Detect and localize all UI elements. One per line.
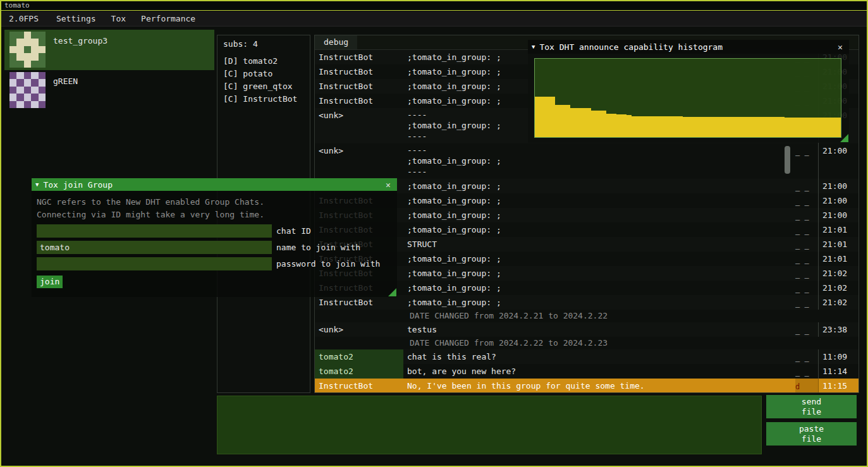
paste-file-label-line1: paste [799,424,824,434]
histogram-bar [581,108,586,137]
join-resize-grip[interactable] [388,288,396,296]
group-avatar [9,32,46,68]
window-titlebar[interactable]: tomato [1,1,867,11]
collapse-arrow-icon[interactable]: ▼ [35,181,39,188]
message-time: 21:01 [818,237,859,252]
histogram-window-title: Tox DHT announce capability histogram [539,42,723,52]
message-time: 21:00 [818,208,859,222]
member-list-item[interactable]: [C] green_qtox [223,80,310,93]
message-text: ----;tomato_in_group: ;---- [403,143,795,179]
join-window-title: Tox join Group [43,180,113,190]
chat-scrollbar-thumb[interactable] [785,146,790,174]
histogram-bar [560,105,565,137]
group-list: test_group3gREEN [4,30,214,111]
avatar-pixel [9,79,16,86]
histogram-bar [733,117,738,137]
avatar-pixel [24,46,31,53]
chat-message-row[interactable]: <unk>----;tomato_in_group: ;----_ _21:00 [315,143,859,179]
histogram-bar [535,97,540,137]
avatar-pixel [39,46,46,53]
join-password-input[interactable] [37,257,272,270]
message-line: ;tomato_in_group: ; [407,180,793,192]
group-item[interactable]: gREEN [4,70,214,111]
histogram-bar [744,117,749,137]
histogram-bar [637,116,642,137]
join-button[interactable]: join [37,276,63,288]
message-time: 21:01 [818,252,859,266]
message-time: 21:01 [818,222,859,237]
message-line: ;tomato_in_group: ; [407,253,793,265]
member-list-item[interactable]: [D] tomato2 [223,55,310,68]
menu-performance[interactable]: Performance [133,11,203,27]
member-list-item[interactable]: [C] potato [223,68,310,80]
message-line: ;tomato_in_group: ; [407,209,793,221]
paste-file-button[interactable]: paste file [766,422,857,446]
avatar-pixel [24,61,31,68]
message-status: _ _ [795,208,818,222]
message-sender: tomato2 [315,364,403,379]
join-window-titlebar[interactable]: ▼ Tox join Group ✕ [32,178,397,191]
message-input[interactable] [217,396,762,454]
message-line: ;tomato_in_group: ; [407,155,793,166]
histogram-bar [774,117,779,137]
message-sender: InstructBot [315,79,403,94]
group-item[interactable]: test_group3 [4,30,214,70]
menu-settings[interactable]: Settings [49,11,104,27]
message-sender: tomato2 [315,349,403,364]
histogram-bar [621,114,627,137]
histogram-bar [785,118,790,137]
histogram-bar [821,118,826,137]
group-name: test_group3 [53,36,107,45]
avatar-pixel [24,32,31,39]
avatar-pixel [31,94,38,100]
histogram-window-titlebar[interactable]: ▼ Tox DHT announce capability histogram … [528,40,849,54]
message-line: bot, are you new here? [407,365,793,377]
message-status: _ _ [795,281,818,295]
histogram-bar [831,118,836,137]
avatar-pixel [16,53,23,60]
members-count: subs: 4 [223,39,310,49]
message-line: ;tomato_in_group: ; [407,296,793,308]
chat-message-row[interactable]: tomato2bot, are you new here?_ _11:14 [315,364,859,379]
send-file-button[interactable]: send file [766,395,857,418]
join-name-input[interactable] [37,241,272,254]
histogram-bar [754,117,759,137]
message-status: _ _ [795,143,818,179]
menu-tox[interactable]: Tox [104,11,133,27]
fps-counter: 2.0FPS [1,11,49,27]
histogram-bar [576,108,581,137]
chat-message-row[interactable]: <unk>testus_ _23:38 [315,322,859,337]
message-text: ;tomato_in_group: ; [403,281,795,295]
message-line: STRUCT [407,238,793,250]
histogram-bar [652,116,657,137]
histogram-bar [759,117,764,137]
message-status: _ _ [795,266,818,281]
message-status: _ _ [795,349,818,364]
member-list-item[interactable]: [C] InstructBot [223,93,310,106]
avatar-pixel [16,79,23,86]
avatar-pixel [16,101,23,108]
chat-id-input[interactable] [37,224,272,238]
avatar-pixel [31,46,38,53]
avatar-pixel [31,79,38,86]
histogram-resize-grip[interactable] [840,134,848,142]
collapse-arrow-icon[interactable]: ▼ [532,44,535,50]
histogram-bar [540,97,545,137]
chat-message-row[interactable]: tomato2chat is this real?_ _11:09 [315,349,859,364]
chat-message-row[interactable]: InstructBot;tomato_in_group: ;_ _21:02 [315,295,859,310]
message-status: _ _ [795,252,818,266]
avatar-pixel [9,53,16,60]
avatar-pixel [9,94,16,100]
tab-debug[interactable]: debug [315,35,357,49]
message-line: testus [407,324,793,336]
close-icon[interactable]: ✕ [383,180,393,190]
histogram-bar [703,117,708,137]
histogram-window: ▼ Tox DHT announce capability histogram … [528,40,849,143]
histogram-bar [555,105,560,137]
avatar-pixel [31,39,38,45]
close-icon[interactable]: ✕ [835,42,845,52]
join-group-window: ▼ Tox join Group ✕ NGC refers to the New… [32,178,397,297]
chat-message-row[interactable]: InstructBotNo, I've been in this group f… [315,379,859,392]
histogram-bar [596,111,601,137]
message-status: _ _ [795,237,818,252]
